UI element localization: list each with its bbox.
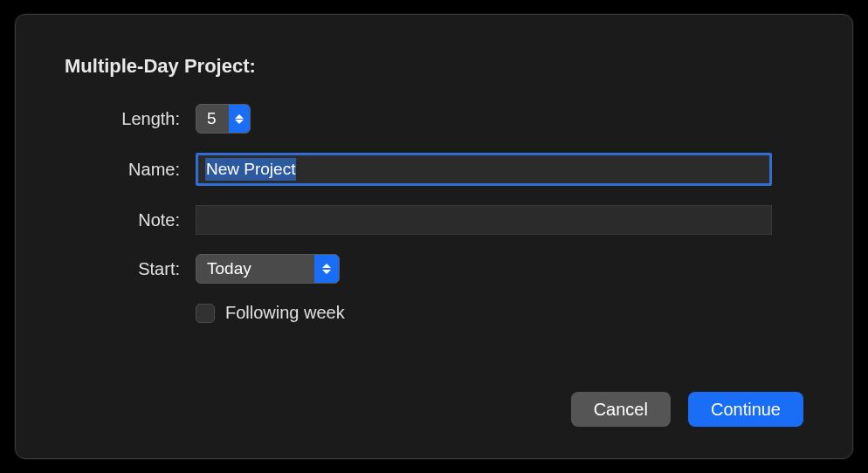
project-dialog: Multiple-Day Project: Length: 5 Name: Ne… [15,14,853,459]
start-row: Start: Today [65,254,803,284]
stepper-buttons[interactable] [229,105,250,133]
dialog-buttons: Cancel Continue [571,392,803,427]
name-value: New Project [205,158,296,181]
length-row: Length: 5 [65,104,803,134]
start-value: Today [196,259,262,278]
dropdown-button[interactable] [314,255,339,283]
note-row: Note: [65,205,803,235]
start-label: Start: [65,259,196,279]
length-stepper[interactable]: 5 [196,104,251,134]
length-value: 5 [196,109,229,128]
dialog-title: Multiple-Day Project: [65,55,803,78]
name-row: Name: New Project [65,153,803,186]
note-input[interactable] [196,205,772,235]
chevron-down-icon [322,270,331,274]
chevron-down-icon [235,120,244,124]
note-label: Note: [65,210,196,230]
start-dropdown[interactable]: Today [196,254,340,284]
name-label: Name: [65,160,196,180]
chevron-up-icon [322,264,331,268]
cancel-button[interactable]: Cancel [571,392,671,427]
length-label: Length: [65,109,196,129]
chevron-up-icon [235,114,244,119]
following-week-label: Following week [225,303,345,323]
following-week-row: Following week [196,303,803,323]
name-input[interactable]: New Project [196,153,772,186]
continue-button[interactable]: Continue [688,392,803,427]
following-week-checkbox[interactable] [196,304,215,323]
